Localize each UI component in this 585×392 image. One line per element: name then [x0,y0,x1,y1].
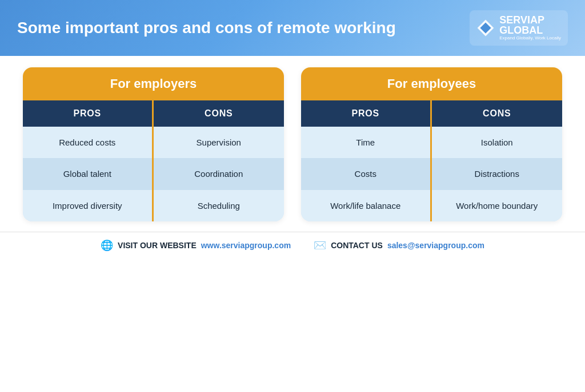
employees-col-headers: PROS CONS [301,100,562,127]
employers-pro-3: Improved diversity [23,190,154,222]
logo-icon [476,19,495,37]
employers-con-2: Coordination [154,158,285,190]
employees-rows: Time Isolation Costs Distractions Work/l… [301,127,562,222]
employers-row-1: Reduced costs Supervision [23,127,284,159]
employees-con-2: Distractions [432,158,563,190]
employers-rows: Reduced costs Supervision Global talent … [23,127,284,222]
employers-pro-2: Global talent [23,158,154,190]
employees-pro-3: Work/life balanace [301,190,432,222]
contact-label: CONTACT US [331,241,383,250]
employers-col-headers: PROS CONS [23,100,284,127]
employers-pros-header: PROS [23,100,154,127]
visit-website-item: 🌐 VISIT OUR WEBSITE www.serviapgroup.com [101,239,291,252]
footer: 🌐 VISIT OUR WEBSITE www.serviapgroup.com… [0,232,585,258]
page-title: Some important pros and cons of remote w… [17,18,396,38]
contact-us-item: ✉️ CONTACT US sales@serviapgroup.com [314,239,484,252]
employers-row-3: Improved diversity Scheduling [23,190,284,222]
visit-label: VISIT OUR WEBSITE [118,241,197,250]
logo-text: SERVIAP GLOBAL Expand Globally, Work Loc… [499,15,561,41]
employers-con-3: Scheduling [154,190,285,222]
visit-url[interactable]: www.serviapgroup.com [201,241,291,250]
employers-row-2: Global talent Coordination [23,158,284,190]
employers-pro-1: Reduced costs [23,127,154,159]
employers-title: For employers [23,67,284,100]
employees-pro-1: Time [301,127,432,159]
employees-title: For employees [301,67,562,100]
employees-pros-header: PROS [301,100,432,127]
employees-row-1: Time Isolation [301,127,562,159]
main-content: For employers PROS CONS Reduced costs Su… [0,56,585,228]
employees-row-2: Costs Distractions [301,158,562,190]
logo: SERVIAP GLOBAL Expand Globally, Work Loc… [470,10,568,46]
employees-pro-2: Costs [301,158,432,190]
employers-cons-header: CONS [154,100,285,127]
employers-card: For employers PROS CONS Reduced costs Su… [23,67,284,222]
employees-row-3: Work/life balanace Work/home boundary [301,190,562,222]
employers-con-1: Supervision [154,127,285,159]
employees-cons-header: CONS [432,100,563,127]
globe-icon: 🌐 [101,239,113,252]
employees-con-3: Work/home boundary [432,190,563,222]
employees-con-1: Isolation [432,127,563,159]
header: Some important pros and cons of remote w… [0,0,585,56]
contact-url[interactable]: sales@serviapgroup.com [387,241,484,250]
envelope-icon: ✉️ [314,239,326,252]
employees-card: For employees PROS CONS Time Isolation C… [301,67,562,222]
